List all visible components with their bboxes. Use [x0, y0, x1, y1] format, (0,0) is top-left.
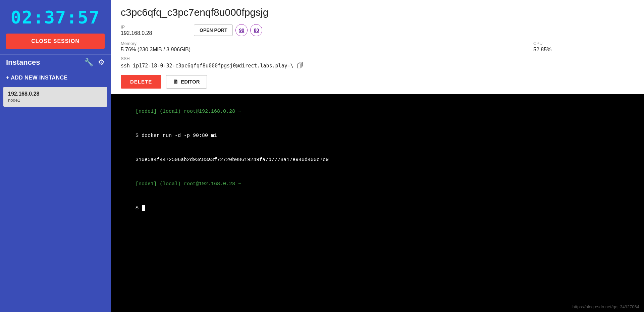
- ssh-label: SSH: [121, 56, 634, 61]
- editor-button[interactable]: 🗎 EDITOR: [166, 75, 207, 89]
- close-session-button[interactable]: CLOSE SESSION: [6, 34, 105, 49]
- terminal-line-4: [node1] (local) root@192.168.0.28 ~: [117, 172, 637, 196]
- wrench-icon[interactable]: 🔧: [84, 58, 93, 67]
- watermark: https://blog.csdn.net/qq_34927064: [573, 304, 640, 309]
- instance-title: c3pc6qfq_c3pc7enqf8u000fpgsjg: [121, 7, 634, 18]
- terminal-cursor: [142, 205, 145, 211]
- settings-icon[interactable]: ⚙: [98, 58, 105, 67]
- terminal[interactable]: [node1] (local) root@192.168.0.28 ~ $ do…: [111, 94, 644, 312]
- terminal-line-3: 310e5a4f4472506ab2d93c83a3f72720b0861924…: [117, 148, 637, 172]
- instances-title: Instances: [6, 58, 84, 67]
- instance-name: node1: [8, 98, 103, 103]
- clock-display: 02:37:57: [0, 0, 111, 34]
- instance-ip: 192.168.0.28: [8, 91, 103, 97]
- ssh-command: ssh ip172-18-0-32-c3pc6qfqf8u000fpgsj0@d…: [121, 63, 293, 69]
- add-new-instance-button[interactable]: + ADD NEW INSTANCE: [0, 69, 111, 85]
- main-panel: c3pc6qfq_c3pc7enqf8u000fpgsjg IP 192.168…: [111, 0, 644, 312]
- action-row: DELETE 🗎 EDITOR: [121, 75, 634, 89]
- copy-icon[interactable]: 🗍: [297, 62, 304, 69]
- memory-cpu-row: Memory 5.76% (230.3MiB / 3.906GiB) CPU 5…: [121, 41, 634, 53]
- instance-item[interactable]: 192.168.0.28 node1: [3, 87, 107, 107]
- terminal-line-5: $: [117, 196, 637, 220]
- file-icon: 🗎: [173, 79, 178, 85]
- port-80-badge[interactable]: 80: [250, 24, 262, 36]
- memory-col: Memory 5.76% (230.3MiB / 3.906GiB): [121, 41, 533, 53]
- delete-button[interactable]: DELETE: [121, 75, 161, 89]
- ip-label: IP: [121, 24, 188, 30]
- terminal-line-2: $ docker run -d -p 90:80 m1: [117, 124, 637, 148]
- memory-value: 5.76% (230.3MiB / 3.906GiB): [121, 47, 533, 53]
- cpu-label: CPU: [533, 41, 634, 46]
- ip-row: IP 192.168.0.28 OPEN PORT 90 80: [121, 24, 634, 36]
- ssh-section: SSH ssh ip172-18-0-32-c3pc6qfqf8u000fpgs…: [121, 56, 634, 69]
- port-90-badge[interactable]: 90: [235, 24, 248, 36]
- editor-label: EDITOR: [181, 79, 200, 85]
- instances-header: Instances 🔧 ⚙: [0, 54, 111, 69]
- instances-icons: 🔧 ⚙: [84, 58, 105, 67]
- terminal-line-1: [node1] (local) root@192.168.0.28 ~: [117, 100, 637, 124]
- ssh-row: ssh ip172-18-0-32-c3pc6qfqf8u000fpgsj0@d…: [121, 62, 634, 69]
- open-port-button[interactable]: OPEN PORT: [194, 24, 233, 36]
- instance-list: 192.168.0.28 node1: [0, 85, 111, 110]
- memory-label: Memory: [121, 41, 533, 46]
- cpu-value: 52.85%: [533, 47, 634, 53]
- info-panel: c3pc6qfq_c3pc7enqf8u000fpgsjg IP 192.168…: [111, 0, 644, 94]
- cpu-col: CPU 52.85%: [533, 41, 634, 53]
- sidebar: 02:37:57 CLOSE SESSION Instances 🔧 ⚙ + A…: [0, 0, 111, 312]
- ip-value: 192.168.0.28: [121, 30, 188, 36]
